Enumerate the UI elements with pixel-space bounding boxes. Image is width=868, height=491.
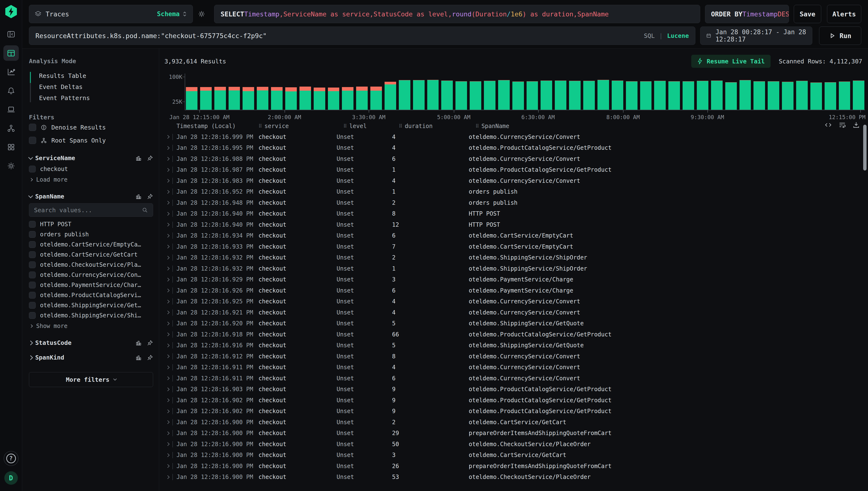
expand-cell[interactable]: [164, 134, 177, 140]
settings-gear-icon[interactable]: [3, 158, 19, 174]
chevron-right-icon[interactable]: [166, 190, 170, 194]
facet-search-input[interactable]: Search values...: [29, 203, 153, 217]
analysis-mode-item[interactable]: Event Patterns: [30, 93, 153, 104]
checkbox[interactable]: [29, 137, 36, 144]
order-by-input[interactable]: ORDER BY Timestamp DESC: [705, 5, 789, 23]
run-button[interactable]: Run: [819, 27, 861, 45]
table-row[interactable]: Jan 28 12:28:16.932 PMcheckoutUnset2otel…: [164, 252, 868, 263]
load-more-link[interactable]: Load more: [29, 174, 153, 185]
sql-select-input[interactable]: SELECT Timestamp, ServiceName as service…: [214, 5, 700, 23]
expand-cell[interactable]: [164, 167, 177, 173]
facet-pin-icon[interactable]: [147, 354, 153, 361]
table-row[interactable]: Jan 28 12:28:16.921 PMcheckoutUnset4otel…: [164, 307, 868, 318]
table-row[interactable]: Jan 28 12:28:16.929 PMcheckoutUnset3otel…: [164, 274, 868, 285]
chevron-right-icon[interactable]: [166, 245, 170, 249]
column-level[interactable]: level: [349, 123, 367, 129]
table-row[interactable]: Jan 28 12:28:16.920 PMcheckoutUnset5otel…: [164, 318, 868, 329]
table-row[interactable]: Jan 28 12:28:16.900 PMcheckoutUnset50ote…: [164, 439, 868, 450]
facet-spanname-header[interactable]: SpanName: [29, 193, 153, 200]
table-row[interactable]: Jan 28 12:28:16.926 PMcheckoutUnset6otel…: [164, 285, 868, 296]
results-histogram[interactable]: 100K25KJan 28 12:15:00 AM2:00:00 AM3:30:…: [164, 74, 868, 110]
table-row[interactable]: Jan 28 12:28:16.925 PMcheckoutUnset4otel…: [164, 296, 868, 307]
expand-cell[interactable]: [164, 353, 177, 359]
chevron-right-icon[interactable]: [166, 289, 170, 292]
checkbox[interactable]: [29, 282, 36, 288]
schema-select[interactable]: Schema: [157, 10, 187, 18]
facet-chart-icon[interactable]: [135, 155, 142, 161]
expand-cell[interactable]: [164, 463, 177, 469]
drag-handle-icon[interactable]: ⠿: [399, 123, 402, 129]
chevron-right-icon[interactable]: [166, 201, 170, 205]
expand-cell[interactable]: [164, 145, 177, 151]
chevron-right-icon[interactable]: [166, 256, 170, 259]
denoise-results-toggle[interactable]: Denoise Results: [29, 121, 153, 134]
scrollbar-thumb[interactable]: [863, 125, 867, 171]
time-range-picker[interactable]: Jan 28 00:28:17 - Jan 28 12:28:17: [700, 27, 812, 45]
expand-cell[interactable]: [164, 441, 177, 447]
alerts-button[interactable]: Alerts: [827, 5, 861, 23]
chevron-right-icon[interactable]: [166, 278, 170, 282]
expand-cell[interactable]: [164, 430, 177, 436]
chevron-right-icon[interactable]: [166, 376, 170, 380]
table-row[interactable]: Jan 28 12:28:16.918 PMcheckoutUnset66ote…: [164, 329, 868, 340]
expand-cell[interactable]: [164, 200, 177, 206]
expand-cell[interactable]: [164, 254, 177, 261]
collapse-sidebar-icon[interactable]: [3, 27, 19, 42]
facet-chart-icon[interactable]: [135, 354, 142, 361]
expand-cell[interactable]: [164, 243, 177, 250]
expand-cell[interactable]: [164, 210, 177, 217]
table-row[interactable]: Jan 28 12:28:16.912 PMcheckoutUnset8otel…: [164, 351, 868, 362]
expand-cell[interactable]: [164, 310, 177, 316]
table-row[interactable]: Jan 28 12:28:16.987 PMcheckoutUnset1otel…: [164, 165, 868, 176]
lucene-toggle[interactable]: Lucene: [667, 32, 689, 39]
table-row[interactable]: Jan 28 12:28:16.902 PMcheckoutUnset9otel…: [164, 395, 868, 406]
dashboards-grid-icon[interactable]: [3, 139, 19, 155]
chevron-right-icon[interactable]: [166, 223, 170, 227]
user-avatar[interactable]: D: [4, 471, 18, 485]
chevron-right-icon[interactable]: [166, 321, 170, 325]
facet-value-row[interactable]: oteldemo.ShippingService/Shi…: [29, 310, 153, 320]
analysis-mode-item[interactable]: Results Table: [30, 70, 153, 82]
checkbox[interactable]: [29, 241, 36, 248]
resume-live-tail-button[interactable]: Resume Live Tail: [691, 55, 771, 68]
column-spanname[interactable]: SpanName: [481, 123, 509, 129]
checkbox[interactable]: [29, 251, 36, 258]
chevron-right-icon[interactable]: [166, 387, 170, 391]
help-icon[interactable]: ?: [4, 451, 19, 466]
column-service[interactable]: service: [265, 123, 289, 129]
chevron-right-icon[interactable]: [166, 234, 170, 237]
source-settings-gear-icon[interactable]: [193, 5, 210, 23]
wrap-text-icon[interactable]: [839, 121, 846, 128]
table-row[interactable]: Jan 28 12:28:16.911 PMcheckoutUnset4otel…: [164, 362, 868, 373]
facet-value-row[interactable]: oteldemo.ProductCatalogServi…: [29, 290, 153, 300]
chevron-right-icon[interactable]: [166, 365, 170, 369]
chevron-right-icon[interactable]: [166, 179, 170, 183]
root-spans-only-toggle[interactable]: Root Spans Only: [29, 134, 153, 147]
source-select[interactable]: Traces Schema: [29, 5, 193, 23]
table-row[interactable]: Jan 28 12:28:16.948 PMcheckoutUnset2orde…: [164, 197, 868, 208]
table-row[interactable]: Jan 28 12:28:16.900 PMcheckoutUnset3otel…: [164, 450, 868, 461]
chevron-right-icon[interactable]: [166, 431, 170, 435]
checkbox[interactable]: [29, 312, 36, 319]
checkbox[interactable]: [29, 231, 36, 238]
expand-cell[interactable]: [164, 408, 177, 414]
expand-cell[interactable]: [164, 277, 177, 283]
facet-chart-icon[interactable]: [135, 340, 142, 346]
chart-explorer-icon[interactable]: [3, 64, 19, 80]
sql-toggle[interactable]: SQL: [644, 32, 655, 39]
search-query-input[interactable]: ResourceAttributes.k8s.pod.name:"checkou…: [29, 27, 695, 45]
expand-cell[interactable]: [164, 386, 177, 393]
table-row[interactable]: Jan 28 12:28:16.900 PMcheckoutUnset29pre…: [164, 428, 868, 439]
save-button[interactable]: Save: [794, 5, 821, 23]
facet-value-row[interactable]: oteldemo.CurrencyService/Con…: [29, 270, 153, 280]
chevron-right-icon[interactable]: [166, 146, 170, 150]
checkbox[interactable]: [29, 261, 36, 268]
expand-cell[interactable]: [164, 178, 177, 184]
expand-cell[interactable]: [164, 331, 177, 338]
chevron-right-icon[interactable]: [166, 212, 170, 215]
table-row[interactable]: Jan 28 12:28:16.988 PMcheckoutUnset6otel…: [164, 153, 868, 165]
chevron-right-icon[interactable]: [166, 333, 170, 337]
chevron-right-icon[interactable]: [166, 398, 170, 402]
facet-value-row[interactable]: oteldemo.CheckoutService/Pla…: [29, 260, 153, 270]
drag-handle-icon[interactable]: ⠿: [259, 123, 262, 129]
